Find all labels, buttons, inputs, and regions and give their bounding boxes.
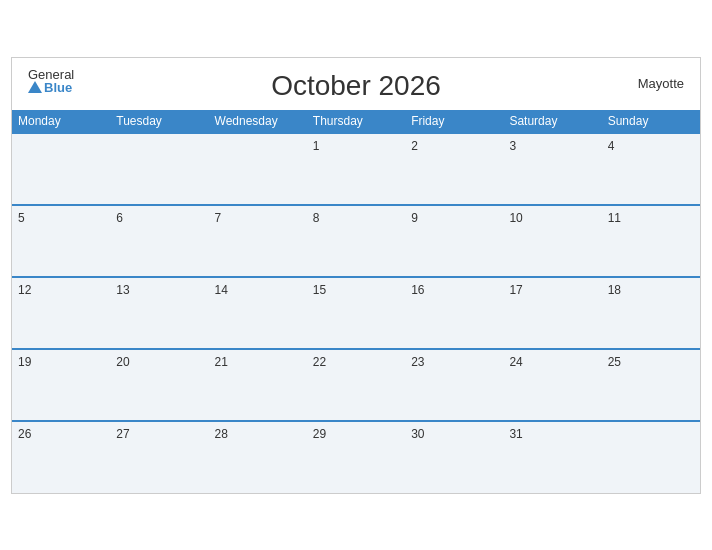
day-number: 12 — [18, 283, 31, 297]
day-number: 14 — [215, 283, 228, 297]
calendar-week-row: 262728293031 — [12, 421, 700, 493]
calendar-day-cell: 23 — [405, 349, 503, 421]
calendar-day-cell: 9 — [405, 205, 503, 277]
day-number: 2 — [411, 139, 418, 153]
calendar-day-cell: 10 — [503, 205, 601, 277]
day-number: 28 — [215, 427, 228, 441]
day-number: 17 — [509, 283, 522, 297]
calendar-day-cell: 19 — [12, 349, 110, 421]
day-number: 6 — [116, 211, 123, 225]
day-number: 15 — [313, 283, 326, 297]
calendar-title: October 2026 — [271, 70, 441, 102]
calendar-day-cell: 20 — [110, 349, 208, 421]
day-number: 1 — [313, 139, 320, 153]
calendar-day-cell: 1 — [307, 133, 405, 205]
day-number: 26 — [18, 427, 31, 441]
calendar-day-cell — [12, 133, 110, 205]
day-number: 4 — [608, 139, 615, 153]
calendar-week-row: 19202122232425 — [12, 349, 700, 421]
day-number: 11 — [608, 211, 621, 225]
calendar-day-cell: 15 — [307, 277, 405, 349]
calendar-day-cell: 6 — [110, 205, 208, 277]
calendar: General Blue October 2026 Mayotte Monday… — [11, 57, 701, 494]
calendar-day-cell: 14 — [209, 277, 307, 349]
calendar-header: General Blue October 2026 Mayotte — [12, 58, 700, 110]
calendar-day-cell: 26 — [12, 421, 110, 493]
calendar-day-cell: 2 — [405, 133, 503, 205]
day-number: 24 — [509, 355, 522, 369]
calendar-day-cell: 18 — [602, 277, 700, 349]
calendar-day-cell: 7 — [209, 205, 307, 277]
weekday-header-row: Monday Tuesday Wednesday Thursday Friday… — [12, 110, 700, 133]
header-tuesday: Tuesday — [110, 110, 208, 133]
calendar-day-cell: 8 — [307, 205, 405, 277]
day-number: 20 — [116, 355, 129, 369]
day-number: 25 — [608, 355, 621, 369]
calendar-day-cell: 22 — [307, 349, 405, 421]
header-wednesday: Wednesday — [209, 110, 307, 133]
logo-blue-text: Blue — [28, 81, 74, 94]
calendar-day-cell — [110, 133, 208, 205]
day-number: 27 — [116, 427, 129, 441]
calendar-day-cell: 3 — [503, 133, 601, 205]
calendar-week-row: 12131415161718 — [12, 277, 700, 349]
day-number: 22 — [313, 355, 326, 369]
calendar-table: Monday Tuesday Wednesday Thursday Friday… — [12, 110, 700, 493]
logo: General Blue — [28, 68, 74, 94]
calendar-day-cell: 12 — [12, 277, 110, 349]
region-label: Mayotte — [638, 76, 684, 91]
calendar-day-cell: 21 — [209, 349, 307, 421]
day-number: 10 — [509, 211, 522, 225]
calendar-day-cell: 5 — [12, 205, 110, 277]
calendar-day-cell: 31 — [503, 421, 601, 493]
header-friday: Friday — [405, 110, 503, 133]
header-thursday: Thursday — [307, 110, 405, 133]
day-number: 13 — [116, 283, 129, 297]
day-number: 23 — [411, 355, 424, 369]
calendar-day-cell: 17 — [503, 277, 601, 349]
calendar-day-cell: 25 — [602, 349, 700, 421]
calendar-day-cell: 13 — [110, 277, 208, 349]
day-number: 21 — [215, 355, 228, 369]
calendar-day-cell: 28 — [209, 421, 307, 493]
header-saturday: Saturday — [503, 110, 601, 133]
calendar-day-cell: 24 — [503, 349, 601, 421]
day-number: 9 — [411, 211, 418, 225]
calendar-day-cell: 16 — [405, 277, 503, 349]
calendar-week-row: 567891011 — [12, 205, 700, 277]
calendar-day-cell: 27 — [110, 421, 208, 493]
calendar-week-row: 1234 — [12, 133, 700, 205]
logo-blue-label: Blue — [44, 81, 72, 94]
day-number: 19 — [18, 355, 31, 369]
day-number: 3 — [509, 139, 516, 153]
calendar-day-cell — [602, 421, 700, 493]
calendar-day-cell: 30 — [405, 421, 503, 493]
day-number: 30 — [411, 427, 424, 441]
day-number: 31 — [509, 427, 522, 441]
header-sunday: Sunday — [602, 110, 700, 133]
day-number: 29 — [313, 427, 326, 441]
day-number: 16 — [411, 283, 424, 297]
logo-general-text: General — [28, 68, 74, 81]
day-number: 7 — [215, 211, 222, 225]
day-number: 5 — [18, 211, 25, 225]
calendar-day-cell: 11 — [602, 205, 700, 277]
day-number: 18 — [608, 283, 621, 297]
calendar-day-cell — [209, 133, 307, 205]
calendar-day-cell: 4 — [602, 133, 700, 205]
calendar-day-cell: 29 — [307, 421, 405, 493]
logo-triangle-icon — [28, 81, 42, 93]
header-monday: Monday — [12, 110, 110, 133]
day-number: 8 — [313, 211, 320, 225]
